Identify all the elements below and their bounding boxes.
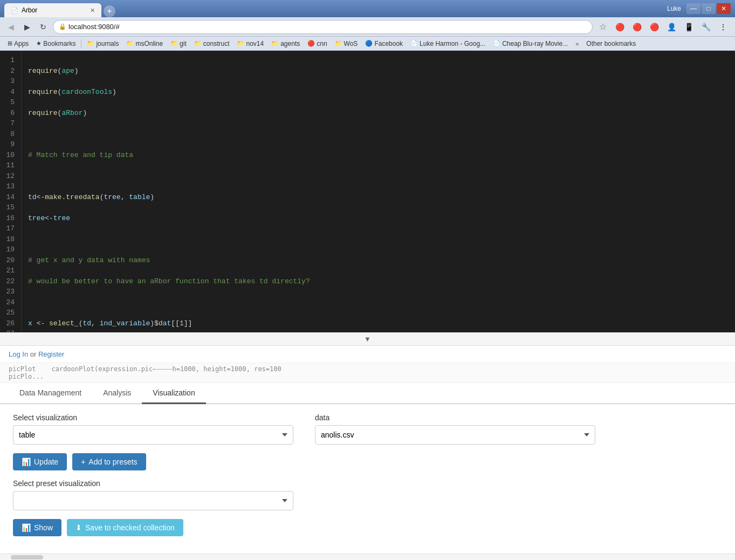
google-icon: 📄	[410, 40, 418, 47]
bookmark-luke-google-label: Luke Harmon - Goog...	[420, 40, 485, 47]
tab-analysis-label: Analysis	[103, 388, 131, 397]
collapse-button[interactable]: ▼	[0, 333, 735, 346]
user-name: Luke	[667, 5, 681, 12]
extension-icon-3[interactable]: 🔴	[647, 19, 662, 35]
add-presets-label: Add to presets	[88, 457, 137, 466]
new-tab-button[interactable]: +	[104, 5, 115, 17]
tab-close-button[interactable]: ✕	[90, 7, 95, 14]
folder-icon-agents: 📁	[271, 40, 279, 47]
content-area: 12345 678910 1112131415 1617181920 21222…	[0, 51, 735, 560]
bookmark-journals-label: journals	[96, 40, 119, 47]
bookmark-nov14[interactable]: 📁 nov14	[233, 39, 267, 49]
tab-data-management[interactable]: Data Management	[9, 383, 92, 404]
add-icon: +	[81, 457, 85, 466]
bookmark-agents-label: agents	[280, 40, 300, 47]
form-row-selects: Select visualization table plot tree hea…	[13, 413, 722, 445]
select-viz-dropdown[interactable]: table plot tree heatmap	[13, 425, 293, 445]
save-collection-button[interactable]: ⬇ Save to checked collection	[67, 519, 183, 536]
preset-select-wrapper	[13, 491, 722, 510]
bookmark-wos[interactable]: 📁 WoS	[332, 39, 361, 49]
other-bookmarks[interactable]: Other bookmarks	[583, 39, 639, 49]
bookmark-facebook[interactable]: 🔵 Facebook	[362, 39, 406, 49]
folder-icon-journals: 📁	[87, 40, 94, 47]
code-preview-line-1: picPlot cardoonPlot(expression.pic←————h…	[9, 365, 726, 373]
bookmark-bookmarks[interactable]: ★ Bookmarks	[33, 39, 79, 49]
other-bookmarks-label: Other bookmarks	[586, 40, 636, 47]
code-content[interactable]: require(ape) require(cardoonTools) requi…	[22, 51, 735, 332]
update-button[interactable]: 📊 Update	[13, 453, 67, 470]
extension-icon-4[interactable]: 👤	[664, 19, 679, 35]
show-button[interactable]: 📊 Show	[13, 519, 61, 536]
extension-icon-6[interactable]: 🔧	[698, 19, 713, 35]
bookmarks-bar: ⊞ Apps ★ Bookmarks 📁 journals 📁 msOnline…	[0, 37, 735, 51]
address-bar[interactable]: 🔒 localhost:9080/#	[53, 20, 593, 34]
code-preview: picPlot cardoonPlot(expression.pic←————h…	[0, 363, 735, 383]
bookmark-construct[interactable]: 📁 construct	[191, 39, 233, 49]
code-preview-line-2: picPlo...	[9, 373, 726, 380]
url-text: localhost:9080/#	[68, 23, 120, 31]
nav-extension-icons: 🔴 🔴 🔴 👤 📱 🔧 ⋮	[612, 19, 731, 35]
cnn-icon: 🔴	[307, 40, 315, 47]
app-tabs: Data Management Analysis Visualization	[0, 383, 735, 404]
back-button[interactable]: ◀	[4, 21, 17, 33]
reload-button[interactable]: ↻	[37, 21, 50, 33]
folder-icon-construct: 📁	[194, 40, 202, 47]
bookmark-bookmarks-label: Bookmarks	[43, 40, 75, 47]
register-link[interactable]: Register	[38, 350, 64, 358]
bookmark-agents[interactable]: 📁 agents	[268, 39, 303, 49]
nav-bar: ◀ ▶ ↻ 🔒 localhost:9080/# ☆ 🔴 🔴 🔴 👤 📱 🔧 ⋮	[0, 17, 735, 37]
bookmark-msonline[interactable]: 📁 msOnline	[123, 39, 166, 49]
add-to-presets-button[interactable]: + Add to presets	[72, 453, 146, 470]
save-label: Save to checked collection	[85, 523, 175, 532]
or-text: or	[30, 350, 37, 358]
bookmark-star-button[interactable]: ☆	[599, 22, 607, 32]
forward-button[interactable]: ▶	[20, 21, 33, 33]
update-label: Update	[34, 457, 58, 466]
tab-visualization[interactable]: Visualization	[142, 383, 205, 404]
bookmark-cnn[interactable]: 🔴 cnn	[304, 39, 330, 49]
login-link[interactable]: Log In	[9, 350, 28, 358]
extension-icon-2[interactable]: 🔴	[629, 19, 644, 35]
lock-icon: 🔒	[59, 23, 66, 30]
bookmark-wos-label: WoS	[344, 40, 358, 47]
tab-favicon: 📄	[11, 7, 18, 14]
code-editor[interactable]: 12345 678910 1112131415 1617181920 21222…	[0, 51, 735, 332]
browser-tab[interactable]: 📄 Arbor ✕	[4, 3, 101, 17]
bookmark-nov14-label: nov14	[246, 40, 264, 47]
apps-icon: ⊞	[8, 40, 12, 47]
title-bar: 📄 Arbor ✕ + Luke — □ ✕	[0, 0, 735, 17]
bookmark-separator	[81, 39, 81, 48]
extension-icon-7[interactable]: ⋮	[716, 19, 731, 35]
extension-icon-1[interactable]: 🔴	[612, 19, 627, 35]
tab-data-management-label: Data Management	[19, 388, 81, 397]
bookmark-git[interactable]: 📁 git	[167, 39, 190, 49]
bookmark-msonline-label: msOnline	[135, 40, 163, 47]
extension-icon-5[interactable]: 📱	[681, 19, 696, 35]
scrollbar-thumb[interactable]	[11, 555, 43, 559]
window-controls: Luke — □ ✕	[667, 3, 731, 14]
save-icon: ⬇	[75, 523, 82, 532]
preset-viz-dropdown[interactable]	[13, 491, 293, 510]
close-button[interactable]: ✕	[717, 3, 731, 14]
bookmark-luke-google[interactable]: 📄 Luke Harmon - Goog...	[407, 39, 489, 49]
data-label: data	[315, 413, 595, 422]
login-row: Log In or Register	[0, 346, 735, 363]
folder-icon-nov14: 📁	[237, 40, 244, 47]
overlay-panel: ▼ Log In or Register picPlot cardoonPlot…	[0, 332, 735, 554]
minimize-button[interactable]: —	[686, 3, 700, 14]
tab-title: Arbor	[22, 6, 37, 14]
facebook-icon: 🔵	[365, 40, 373, 47]
folder-icon-git: 📁	[170, 40, 178, 47]
folder-icon-wos: 📁	[335, 40, 342, 47]
bluray-icon: 📄	[493, 40, 500, 47]
bookmark-bluray[interactable]: 📄 Cheap Blu-ray Movie...	[490, 39, 571, 49]
btn-row-show: 📊 Show ⬇ Save to checked collection	[13, 519, 722, 536]
bookmark-apps[interactable]: ⊞ Apps	[4, 39, 32, 49]
more-bookmarks-button[interactable]: »	[572, 39, 582, 48]
maximize-button[interactable]: □	[702, 3, 716, 14]
data-dropdown[interactable]: anolis.csv other.csv	[315, 425, 595, 445]
bookmark-journals[interactable]: 📁 journals	[84, 39, 122, 49]
horizontal-scrollbar[interactable]	[0, 554, 735, 560]
show-label: Show	[34, 523, 53, 532]
tab-analysis[interactable]: Analysis	[92, 383, 142, 404]
